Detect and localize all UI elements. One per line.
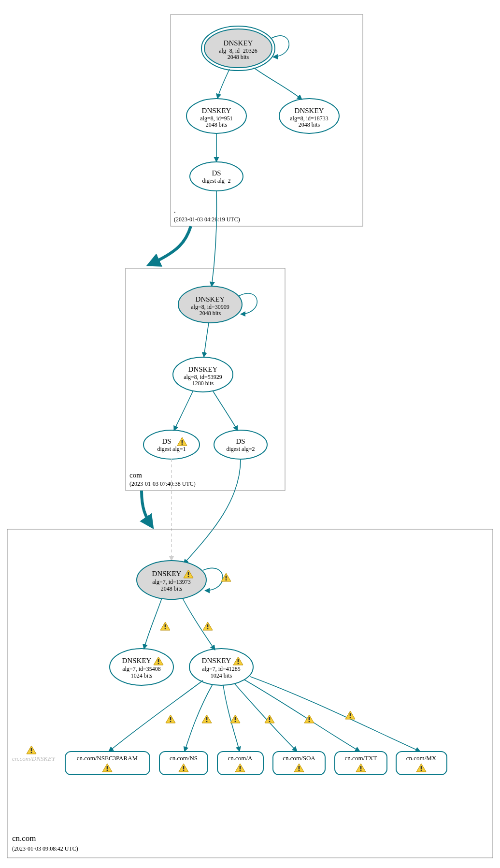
edge-cnzsk-to-mx (250, 677, 420, 752)
node-com-ds2[interactable]: DS digest alg=2 (214, 430, 267, 459)
zone-com-name: com (129, 471, 142, 479)
zone-arrow-com-cn (142, 491, 152, 527)
rr-txt[interactable]: cn.com/TXT (335, 752, 387, 775)
node-cn-ksk[interactable]: DNSKEY alg=7, id=13973 2048 bits (137, 561, 206, 599)
svg-text:alg=7, id=35408: alg=7, id=35408 (122, 665, 161, 672)
svg-text:cn.com/DNSKEY: cn.com/DNSKEY (12, 755, 56, 762)
svg-text:cn.com/TXT: cn.com/TXT (345, 754, 377, 762)
svg-text:cn.com/A: cn.com/A (228, 754, 253, 762)
svg-text:alg=8, id=53929: alg=8, id=53929 (184, 374, 222, 380)
rr-mx[interactable]: cn.com/MX (396, 752, 447, 775)
edge-comzsk-to-ds1 (174, 391, 193, 431)
svg-text:cn.com/NS: cn.com/NS (170, 754, 198, 762)
node-com-ds1[interactable]: DS digest alg=1 (143, 430, 200, 459)
svg-text:DS: DS (236, 437, 245, 445)
svg-text:1280 bits: 1280 bits (192, 380, 214, 387)
zone-com: DNSKEY alg=8, id=30909 2048 bits DNSKEY … (126, 268, 285, 491)
svg-text:DNSKEY: DNSKEY (202, 657, 231, 665)
svg-text:alg=8, id=18733: alg=8, id=18733 (290, 115, 329, 122)
edge-cnksk-to-35408 (144, 598, 162, 649)
node-cn-zsk-35408[interactable]: DNSKEY alg=7, id=35408 1024 bits (110, 649, 173, 685)
svg-text:DNSKEY: DNSKEY (202, 107, 231, 115)
svg-text:DNSKEY: DNSKEY (152, 570, 182, 578)
node-cn-zsk[interactable]: DNSKEY alg=7, id=41285 1024 bits (189, 649, 253, 685)
svg-text:digest alg=2: digest alg=2 (226, 446, 255, 452)
node-root-zsk-951[interactable]: DNSKEY alg=8, id=951 2048 bits (186, 99, 246, 133)
svg-text:alg=8, id=951: alg=8, id=951 (200, 115, 233, 122)
svg-text:2048 bits: 2048 bits (200, 310, 221, 317)
svg-text:1024 bits: 1024 bits (131, 672, 153, 679)
warning-icon (27, 746, 36, 754)
warning-icon (304, 715, 314, 723)
svg-text:alg=8, id=30909: alg=8, id=30909 (191, 304, 229, 310)
svg-text:cn.com/MX: cn.com/MX (406, 754, 437, 762)
edge-rootksk-to-18733 (254, 68, 302, 100)
node-line2: 2048 bits (228, 54, 249, 60)
svg-text:alg=7, id=13973: alg=7, id=13973 (152, 579, 191, 585)
warning-icon (203, 622, 213, 630)
warning-icon (160, 622, 170, 630)
zone-root-ts: (2023-01-03 04:26:19 UTC) (174, 216, 240, 223)
rr-ns[interactable]: cn.com/NS (159, 752, 208, 775)
edge-cnzsk-to-soa (234, 683, 297, 752)
node-title: DNSKEY (224, 39, 253, 47)
svg-text:DNSKEY: DNSKEY (196, 295, 225, 303)
svg-text:DS: DS (162, 437, 171, 445)
zone-root-name: . (174, 206, 176, 214)
svg-text:alg=7, id=41285: alg=7, id=41285 (202, 665, 241, 672)
edge-comksk-to-comzsk (204, 323, 209, 357)
zone-cn: DNSKEY alg=7, id=13973 2048 bits DNSKEY … (7, 529, 493, 858)
svg-text:2048 bits: 2048 bits (206, 121, 228, 128)
edge-cnzsk-to-nsec3 (109, 680, 203, 752)
svg-text:1024 bits: 1024 bits (211, 672, 232, 679)
node-root-zsk-18733[interactable]: DNSKEY alg=8, id=18733 2048 bits (279, 99, 339, 133)
edge-comzsk-to-ds2 (213, 391, 238, 431)
warning-icon (202, 715, 212, 723)
svg-text:cn.com/NSEC3PARAM: cn.com/NSEC3PARAM (77, 754, 138, 762)
zone-root: DNSKEY alg=8, id=20326 2048 bits DNSKEY … (171, 14, 363, 226)
svg-rect-32 (7, 529, 493, 858)
zone-arrow-root-com (149, 226, 191, 265)
rr-a[interactable]: cn.com/A (217, 752, 263, 775)
svg-text:cn.com/SOA: cn.com/SOA (283, 754, 315, 762)
edge-rootds-to-comksk (212, 191, 216, 287)
svg-point-26 (143, 430, 200, 459)
node-com-zsk[interactable]: DNSKEY alg=8, id=53929 1280 bits (173, 357, 233, 392)
zone-com-ts: (2023-01-03 07:40:38 UTC) (129, 480, 196, 487)
rr-soa[interactable]: cn.com/SOA (273, 752, 325, 775)
svg-text:digest alg=1: digest alg=1 (157, 446, 186, 452)
svg-text:DNSKEY: DNSKEY (188, 365, 218, 373)
node-com-ksk[interactable]: DNSKEY alg=8, id=30909 2048 bits (178, 286, 242, 323)
edge-cnksk-to-41285 (183, 598, 215, 650)
detached-dnskey-label: cn.com/DNSKEY (12, 746, 56, 762)
zone-cn-ts: (2023-01-03 09:08:42 UTC) (12, 845, 78, 852)
svg-text:DNSKEY: DNSKEY (295, 107, 324, 115)
rr-nsec3[interactable]: cn.com/NSEC3PARAM (65, 752, 150, 775)
warning-icon (230, 715, 240, 723)
svg-text:DS: DS (212, 169, 221, 177)
node-line1: alg=8, id=20326 (219, 47, 257, 54)
svg-text:DNSKEY: DNSKEY (122, 657, 152, 665)
edge-comds2-to-cnksk (184, 459, 241, 564)
svg-text:2048 bits: 2048 bits (161, 585, 183, 592)
svg-text:2048 bits: 2048 bits (299, 121, 320, 128)
warning-icon (345, 711, 355, 719)
node-root-ksk[interactable]: DNSKEY alg=8, id=20326 2048 bits (201, 26, 275, 71)
svg-text:digest alg=2: digest alg=2 (202, 177, 230, 184)
node-root-ds[interactable]: DS digest alg=2 (190, 162, 243, 191)
edge-rootksk-to-951 (217, 69, 229, 99)
zone-cn-name: cn.com (12, 834, 36, 843)
warning-icon (166, 715, 175, 723)
